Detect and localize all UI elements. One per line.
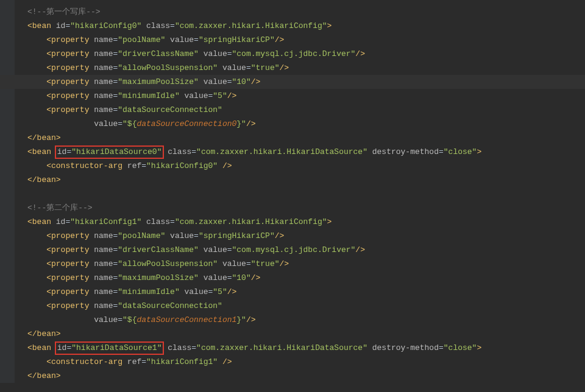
code-line: <property name="driverClassName" value="… [0, 243, 585, 257]
code-editor[interactable]: <!--第一个写库--> <bean id="hikariConfig0" cl… [0, 0, 585, 383]
code-line: <!--第二个库--> [0, 201, 585, 215]
comment: <!--第一个写库--> [27, 7, 101, 16]
blank-line [0, 187, 585, 201]
code-line: <property name="allowPoolSuspension" val… [0, 61, 585, 75]
code-line: <property name="poolName" value="springH… [0, 33, 585, 47]
code-line: <property name="allowPoolSuspension" val… [0, 257, 585, 271]
comment: <!--第二个库--> [27, 203, 93, 212]
code-line: value="${dataSourceConnection0}"/> [0, 117, 585, 131]
code-line: </bean> [0, 173, 585, 187]
code-line-highlighted: <property name="maximumPoolSize" value="… [0, 75, 585, 89]
code-line: <bean id="hikariDataSource1" class="com.… [0, 341, 585, 355]
highlight-box: id="hikariDataSource1" [55, 341, 165, 355]
code-line: <property name="minimumIdle" value="5"/> [0, 89, 585, 103]
code-line: <property name="maximumPoolSize" value="… [0, 271, 585, 285]
code-line: <bean id="hikariDataSource0" class="com.… [0, 145, 585, 159]
highlight-box: id="hikariDataSource0" [55, 145, 165, 159]
code-line: value="${dataSourceConnection1}"/> [0, 313, 585, 327]
code-line: <property name="dataSourceConnection" [0, 103, 585, 117]
code-line: <constructor-arg ref="hikariConfig1" /> [0, 355, 585, 369]
code-line: <property name="minimumIdle" value="5"/> [0, 285, 585, 299]
code-line: <constructor-arg ref="hikariConfig0" /> [0, 159, 585, 173]
code-line: </bean> [0, 369, 585, 383]
code-line: </bean> [0, 131, 585, 145]
code-line: <property name="driverClassName" value="… [0, 47, 585, 61]
code-line: <!--第一个写库--> [0, 5, 585, 19]
code-line: <bean id="hikariConfig0" class="com.zaxx… [0, 19, 585, 33]
code-line: <property name="dataSourceConnection" [0, 299, 585, 313]
code-line: <property name="poolName" value="springH… [0, 229, 585, 243]
code-line: <bean id="hikariConfig1" class="com.zaxx… [0, 215, 585, 229]
code-line: </bean> [0, 327, 585, 341]
